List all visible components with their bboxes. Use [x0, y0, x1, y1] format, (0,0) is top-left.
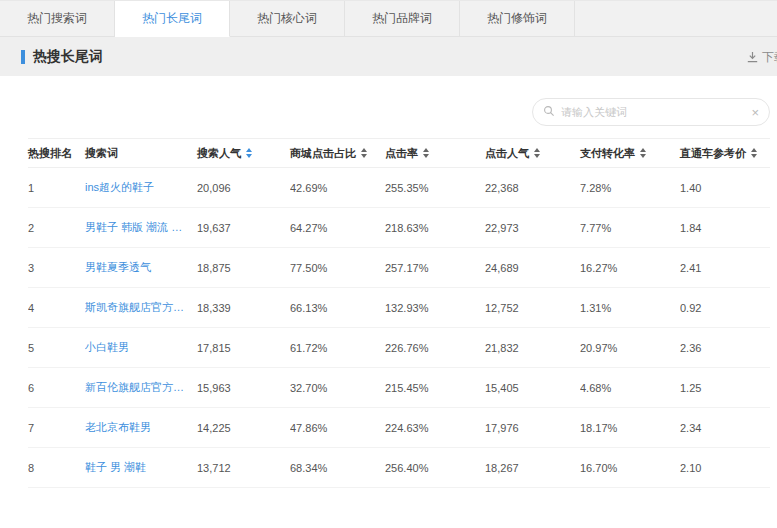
cell-ctr: 132.93% — [385, 302, 485, 314]
cell-mall_click_ratio: 47.86% — [290, 422, 385, 434]
sort-icon[interactable] — [361, 148, 367, 158]
search-input[interactable] — [561, 106, 751, 118]
cell-ppc: 2.10 — [680, 462, 770, 474]
cell-ppc: 2.34 — [680, 422, 770, 434]
cell-mall_click_ratio: 42.69% — [290, 182, 385, 194]
keyword-table: 热搜排名搜索词搜索人气商城点击占比点击率点击人气支付转化率直通车参考价 1ins… — [28, 138, 770, 488]
keyword-link[interactable]: 男鞋子 韩版 潮流 英... — [85, 220, 197, 235]
tab-1[interactable]: 热门搜索词 — [0, 1, 115, 37]
cell-ctr: 218.63% — [385, 222, 485, 234]
cell-search_popularity: 18,339 — [197, 302, 290, 314]
main-content: × 热搜排名搜索词搜索人气商城点击占比点击率点击人气支付转化率直通车参考价 1i… — [0, 98, 777, 488]
cell-rank: 5 — [28, 342, 85, 354]
table-row: 1ins超火的鞋子20,09642.69%255.35%22,3687.28%1… — [28, 168, 770, 208]
cell-search_popularity: 17,815 — [197, 342, 290, 354]
cell-search_popularity: 15,963 — [197, 382, 290, 394]
keyword-link[interactable]: ins超火的鞋子 — [85, 180, 197, 195]
sort-icon[interactable] — [751, 148, 757, 158]
cell-rank: 7 — [28, 422, 85, 434]
keyword-link[interactable]: 小白鞋男 — [85, 340, 197, 355]
cell-click_popularity: 22,368 — [485, 182, 580, 194]
table-row: 6新百伦旗舰店官方正品15,96332.70%215.45%15,4054.68… — [28, 368, 770, 408]
download-label: 下载 — [762, 48, 777, 65]
column-label: 搜索词 — [85, 146, 118, 161]
column-header-ppc[interactable]: 直通车参考价 — [680, 146, 770, 161]
clear-search-icon[interactable]: × — [751, 106, 759, 119]
tab-2[interactable]: 热门长尾词 — [115, 1, 230, 37]
column-header-keyword: 搜索词 — [85, 146, 197, 161]
sort-icon[interactable] — [246, 148, 252, 158]
table-row: 8鞋子 男 潮鞋13,71268.34%256.40%18,26716.70%2… — [28, 448, 770, 488]
sort-icon[interactable] — [423, 148, 429, 158]
table-row: 7老北京布鞋男14,22547.86%224.63%17,97618.17%2.… — [28, 408, 770, 448]
cell-click_popularity: 15,405 — [485, 382, 580, 394]
cell-search_popularity: 13,712 — [197, 462, 290, 474]
cell-rank: 1 — [28, 182, 85, 194]
cell-search_popularity: 18,875 — [197, 262, 290, 274]
cell-ppc: 1.25 — [680, 382, 770, 394]
cell-pay_conversion: 16.27% — [580, 262, 680, 274]
page-title: 热搜长尾词 — [21, 48, 103, 66]
cell-mall_click_ratio: 66.13% — [290, 302, 385, 314]
keyword-link[interactable]: 老北京布鞋男 — [85, 420, 197, 435]
cell-mall_click_ratio: 77.50% — [290, 262, 385, 274]
cell-ppc: 1.84 — [680, 222, 770, 234]
cell-ppc: 0.92 — [680, 302, 770, 314]
cell-ctr: 257.17% — [385, 262, 485, 274]
table-row: 5小白鞋男17,81561.72%226.76%21,83220.97%2.36 — [28, 328, 770, 368]
keyword-link[interactable]: 新百伦旗舰店官方正品 — [85, 380, 197, 395]
column-header-mall_click_ratio[interactable]: 商城点击占比 — [290, 146, 385, 161]
keyword-link[interactable]: 鞋子 男 潮鞋 — [85, 460, 197, 475]
keyword-link[interactable]: 男鞋夏季透气 — [85, 260, 197, 275]
cell-rank: 4 — [28, 302, 85, 314]
sort-icon[interactable] — [640, 148, 646, 158]
cell-mall_click_ratio: 32.70% — [290, 382, 385, 394]
cell-pay_conversion: 16.70% — [580, 462, 680, 474]
tab-bar: 热门搜索词热门长尾词热门核心词热门品牌词热门修饰词 — [0, 0, 777, 37]
cell-ppc: 1.40 — [680, 182, 770, 194]
cell-rank: 8 — [28, 462, 85, 474]
column-header-rank: 热搜排名 — [28, 146, 85, 161]
cell-ctr: 215.45% — [385, 382, 485, 394]
tab-5[interactable]: 热门修饰词 — [460, 1, 575, 37]
table-row: 2男鞋子 韩版 潮流 英...19,63764.27%218.63%22,973… — [28, 208, 770, 248]
cell-rank: 6 — [28, 382, 85, 394]
tab-3[interactable]: 热门核心词 — [230, 1, 345, 37]
cell-search_popularity: 14,225 — [197, 422, 290, 434]
column-header-click_popularity[interactable]: 点击人气 — [485, 146, 580, 161]
cell-mall_click_ratio: 64.27% — [290, 222, 385, 234]
table-row: 3男鞋夏季透气18,87577.50%257.17%24,68916.27%2.… — [28, 248, 770, 288]
cell-pay_conversion: 18.17% — [580, 422, 680, 434]
sort-icon[interactable] — [534, 148, 540, 158]
tab-4[interactable]: 热门品牌词 — [345, 1, 460, 37]
cell-ctr: 255.35% — [385, 182, 485, 194]
column-label: 直通车参考价 — [680, 146, 746, 161]
search-box: × — [532, 98, 770, 126]
cell-click_popularity: 17,976 — [485, 422, 580, 434]
column-header-pay_conversion[interactable]: 支付转化率 — [580, 146, 680, 161]
title-accent-bar — [21, 50, 25, 64]
cell-rank: 3 — [28, 262, 85, 274]
cell-click_popularity: 22,973 — [485, 222, 580, 234]
column-label: 支付转化率 — [580, 146, 635, 161]
cell-search_popularity: 20,096 — [197, 182, 290, 194]
column-header-search_popularity[interactable]: 搜索人气 — [197, 146, 290, 161]
cell-pay_conversion: 7.77% — [580, 222, 680, 234]
table-row: 4斯凯奇旗舰店官方旗舰18,33966.13%132.93%12,7521.31… — [28, 288, 770, 328]
cell-rank: 2 — [28, 222, 85, 234]
download-button[interactable]: 下载 — [746, 48, 777, 65]
tab-bar-filler — [575, 1, 777, 37]
column-header-ctr[interactable]: 点击率 — [385, 146, 485, 161]
section-header: 热搜长尾词 下载 — [0, 37, 777, 76]
column-label: 点击人气 — [485, 146, 529, 161]
cell-click_popularity: 21,832 — [485, 342, 580, 354]
cell-ctr: 256.40% — [385, 462, 485, 474]
cell-pay_conversion: 20.97% — [580, 342, 680, 354]
column-label: 点击率 — [385, 146, 418, 161]
column-label: 搜索人气 — [197, 146, 241, 161]
cell-pay_conversion: 7.28% — [580, 182, 680, 194]
cell-pay_conversion: 1.31% — [580, 302, 680, 314]
cell-click_popularity: 24,689 — [485, 262, 580, 274]
cell-ctr: 226.76% — [385, 342, 485, 354]
keyword-link[interactable]: 斯凯奇旗舰店官方旗舰 — [85, 300, 197, 315]
